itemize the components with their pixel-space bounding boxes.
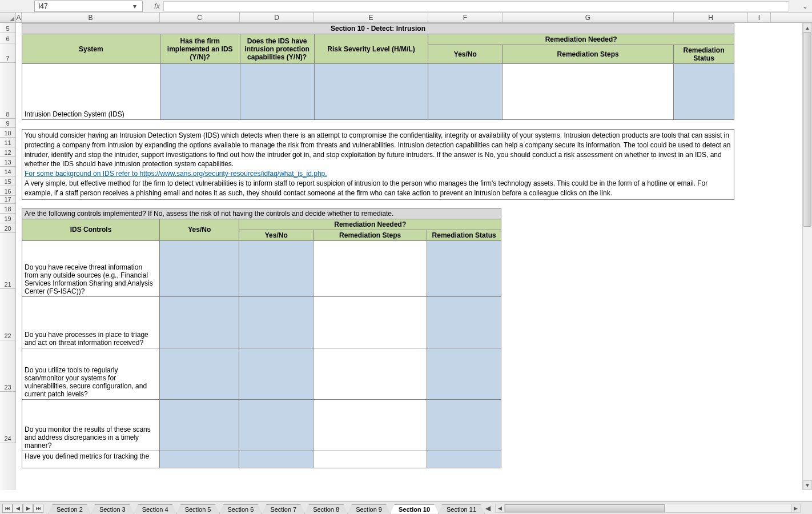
cell-input[interactable] xyxy=(314,64,428,120)
cell-input[interactable] xyxy=(313,399,427,451)
control-question[interactable]: Do you utilize tools to regularly scan/m… xyxy=(22,348,160,399)
cell-input[interactable] xyxy=(160,451,239,468)
sheet-tab[interactable]: Section 5 xyxy=(176,504,220,514)
col-header-E[interactable]: E xyxy=(314,13,428,22)
col-header-D[interactable]: D xyxy=(240,13,314,22)
cell-input[interactable] xyxy=(313,240,427,296)
scroll-track[interactable] xyxy=(803,33,812,480)
cell-input[interactable] xyxy=(160,64,240,120)
controls-table: Are the following controls implemented? … xyxy=(22,208,501,468)
row-header[interactable]: 22 xyxy=(0,289,16,340)
row-header[interactable]: 5 xyxy=(0,23,16,33)
hscroll-track[interactable] xyxy=(505,504,791,512)
sheet-tab[interactable]: Section 4 xyxy=(134,504,177,514)
cell-input[interactable] xyxy=(240,64,314,120)
vertical-scrollbar[interactable]: ▲ ▼ xyxy=(802,23,812,490)
col-header-G[interactable]: G xyxy=(503,13,674,22)
cell-input[interactable] xyxy=(239,240,313,296)
cell-input[interactable] xyxy=(427,399,501,451)
ids-reference-link[interactable]: For some background on IDS refer to http… xyxy=(25,170,327,178)
cell-input[interactable] xyxy=(427,296,501,348)
row-header[interactable]: 18 xyxy=(0,204,16,214)
fx-icon[interactable]: fx xyxy=(154,2,160,10)
col-header-C[interactable]: C xyxy=(160,13,240,22)
sheet-tab[interactable]: Section 3 xyxy=(91,504,134,514)
sheet-body: 5 6 7 8 9 10 11 12 13 14 15 16 17 18 19 … xyxy=(0,23,812,490)
cell-input[interactable] xyxy=(313,451,427,468)
control-question[interactable]: Do you have receive threat information f… xyxy=(22,240,160,296)
formula-expand-icon[interactable]: ⌄ xyxy=(801,2,810,11)
row-header[interactable]: 9 xyxy=(0,119,16,128)
scroll-thumb[interactable] xyxy=(803,33,811,227)
control-question[interactable]: Have you defined metrics for tracking th… xyxy=(22,451,160,468)
control-question[interactable]: Do you have processes in place to triage… xyxy=(22,296,160,348)
cell-input[interactable] xyxy=(239,348,313,399)
hscroll-left-icon[interactable]: ◀ xyxy=(496,504,505,512)
formula-bar: I47 ▾ fx ⌄ xyxy=(0,0,812,13)
row-header[interactable]: 10 xyxy=(0,128,16,138)
sheet-tab[interactable]: Section 6 xyxy=(219,504,263,514)
row-header[interactable]: 6 xyxy=(0,33,16,43)
col-header-B[interactable]: B xyxy=(22,13,160,22)
row-header[interactable]: 15 xyxy=(0,176,16,186)
col-header-I[interactable]: I xyxy=(748,13,771,22)
cell-input[interactable] xyxy=(313,348,427,399)
row-header[interactable]: 20 xyxy=(0,223,16,233)
sheet-tab[interactable]: Section 2 xyxy=(48,504,91,514)
cell-input[interactable] xyxy=(427,348,501,399)
row-header[interactable]: 23 xyxy=(0,340,16,392)
sheet-tab[interactable]: Section 9 xyxy=(347,504,391,514)
row-header[interactable]: 16 xyxy=(0,186,16,196)
row-header[interactable]: 21 xyxy=(0,233,16,289)
row-header[interactable]: 8 xyxy=(0,63,16,119)
col-header-H[interactable]: H xyxy=(674,13,748,22)
row-header[interactable]: 13 xyxy=(0,157,16,167)
cell-input[interactable] xyxy=(160,296,239,348)
cell-input[interactable] xyxy=(427,240,501,296)
row-header[interactable]: 11 xyxy=(0,138,16,147)
cell-input[interactable] xyxy=(239,399,313,451)
row-header[interactable]: 14 xyxy=(0,167,16,176)
row-header[interactable]: 19 xyxy=(0,214,16,223)
select-all-corner[interactable] xyxy=(0,13,16,22)
cell-input[interactable] xyxy=(160,399,239,451)
info-paragraph-1: You should consider having an Intrusion … xyxy=(22,129,734,200)
row-header[interactable]: 7 xyxy=(0,43,16,63)
scroll-down-icon[interactable]: ▼ xyxy=(803,480,812,490)
cell-input[interactable] xyxy=(673,64,734,120)
tab-prev-icon[interactable]: ◀ xyxy=(13,504,23,513)
sheet-tab[interactable]: Section 8 xyxy=(304,504,348,514)
name-box-dropdown-icon[interactable]: ▾ xyxy=(131,2,139,10)
cell-system[interactable]: Intrusion Detection System (IDS) xyxy=(22,64,160,120)
grid-area[interactable]: Section 10 - Detect: Intrusion System Ha… xyxy=(16,23,812,490)
row-header[interactable]: 24 xyxy=(0,392,16,443)
cell-input[interactable] xyxy=(160,348,239,399)
cell-input[interactable] xyxy=(427,451,501,468)
formula-input[interactable] xyxy=(163,1,789,11)
cell-input[interactable] xyxy=(239,451,313,468)
tabs-list: Section 2 Section 3 Section 4 Section 5 … xyxy=(48,503,484,514)
cell-input[interactable] xyxy=(428,64,503,120)
scroll-up-icon[interactable]: ▲ xyxy=(803,23,812,33)
sheet-tab[interactable]: Section 11 xyxy=(438,504,485,514)
col-header-F[interactable]: F xyxy=(428,13,503,22)
cell-input[interactable] xyxy=(313,296,427,348)
tab-next-icon[interactable]: ▶ xyxy=(23,504,33,513)
col-header-A[interactable]: A xyxy=(16,13,22,22)
hscroll-right-icon[interactable]: ▶ xyxy=(791,504,800,512)
sheet-tab-active[interactable]: Section 10 xyxy=(390,504,439,514)
hscroll-thumb[interactable] xyxy=(505,504,665,512)
sheet-tab[interactable]: Section 7 xyxy=(262,504,305,514)
name-box[interactable]: I47 ▾ xyxy=(34,1,143,12)
tab-first-icon[interactable]: ⏮ xyxy=(2,504,13,513)
cell-input[interactable] xyxy=(503,64,674,120)
tab-scroll-left-icon[interactable]: ◀ xyxy=(485,504,491,512)
section-title: Section 10 - Detect: Intrusion xyxy=(22,23,734,34)
tab-last-icon[interactable]: ⏭ xyxy=(33,504,43,513)
row-header[interactable]: 12 xyxy=(0,147,16,157)
horizontal-scrollbar[interactable]: ◀ ▶ xyxy=(495,504,801,513)
cell-input[interactable] xyxy=(160,240,239,296)
control-question[interactable]: Do you monitor the results of these scan… xyxy=(22,399,160,451)
cell-input[interactable] xyxy=(239,296,313,348)
row-header[interactable]: 17 xyxy=(0,196,16,204)
